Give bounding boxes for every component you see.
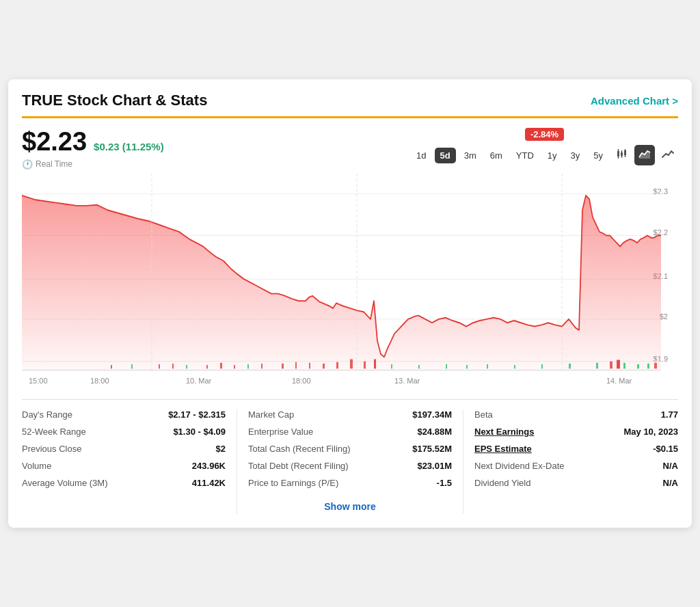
page-title: TRUE Stock Chart & Stats — [22, 92, 207, 109]
enterprise-value-label: Enterprise Value — [248, 427, 313, 437]
time-btn-3y[interactable]: 3y — [565, 148, 586, 163]
price-block: $2.23 $0.23 (11.25%) 🕐 Real Time — [22, 128, 164, 170]
svg-text:15:00: 15:00 — [29, 376, 48, 384]
time-btn-5y[interactable]: 5y — [588, 148, 608, 163]
svg-rect-36 — [131, 364, 133, 368]
stats-col-2: Market Cap $197.34M Enterprise Value $24… — [237, 409, 463, 514]
stats-area: Day's Range $2.17 - $2.315 52-Week Range… — [22, 399, 678, 514]
svg-rect-22 — [159, 364, 160, 368]
beta-row: Beta 1.77 — [474, 409, 678, 420]
days-range-label: Day's Range — [22, 409, 72, 420]
svg-rect-37 — [186, 365, 187, 368]
svg-rect-47 — [596, 363, 598, 369]
svg-rect-32 — [336, 362, 338, 369]
svg-rect-50 — [623, 363, 625, 369]
dividend-yield-row: Dividend Yield N/A — [474, 478, 678, 488]
svg-marker-9 — [639, 151, 650, 159]
week-range-value: $1.30 - $4.09 — [173, 427, 226, 437]
change-badge: -2.84% — [525, 128, 564, 141]
time-btn-1y[interactable]: 1y — [542, 148, 563, 163]
prev-close-label: Previous Close — [22, 444, 81, 454]
svg-text:18:00: 18:00 — [90, 376, 109, 384]
svg-rect-27 — [261, 364, 262, 368]
total-debt-value: $23.01M — [417, 461, 452, 471]
days-range-value: $2.17 - $2.315 — [168, 409, 226, 420]
prev-close-row: Previous Close $2 — [22, 444, 226, 454]
price-main: $2.23 — [22, 128, 87, 157]
svg-rect-45 — [541, 364, 543, 368]
svg-text:13. Mar: 13. Mar — [394, 376, 420, 384]
time-buttons: 1d 5d 3m 6m YTD 1y 3y 5y — [411, 145, 678, 165]
avg-volume-row: Average Volume (3M) 411.42K — [22, 478, 226, 488]
beta-label: Beta — [474, 409, 493, 420]
eps-estimate-link[interactable]: EPS Estimate — [474, 444, 532, 454]
enterprise-value-value: $24.88M — [417, 427, 452, 437]
dividend-yield-label: Dividend Yield — [474, 478, 530, 488]
badge-row: -2.84% — [525, 128, 564, 141]
time-btn-5d[interactable]: 5d — [435, 148, 456, 163]
svg-rect-40 — [418, 365, 420, 368]
svg-rect-0 — [617, 151, 619, 157]
svg-text:14. Mar: 14. Mar — [606, 376, 632, 384]
controls-block: -2.84% 1d 5d 3m 6m YTD 1y 3y 5y — [411, 128, 678, 165]
pe-value: -1.5 — [437, 478, 452, 488]
svg-rect-53 — [654, 363, 657, 369]
svg-rect-29 — [295, 362, 297, 369]
beta-value: 1.77 — [661, 409, 678, 420]
time-btn-3m[interactable]: 3m — [459, 148, 482, 163]
svg-rect-25 — [220, 363, 222, 369]
area-chart-icon-btn[interactable] — [634, 145, 655, 165]
svg-rect-48 — [610, 362, 612, 369]
next-dividend-label: Next Dividend Ex-Date — [474, 461, 565, 471]
next-earnings-value: May 10, 2023 — [623, 427, 678, 437]
prev-close-value: $2 — [216, 444, 226, 454]
realtime-label: Real Time — [36, 159, 72, 169]
next-dividend-value: N/A — [663, 461, 678, 471]
svg-rect-23 — [172, 364, 174, 368]
svg-rect-42 — [466, 365, 468, 368]
svg-rect-46 — [569, 364, 571, 368]
svg-rect-24 — [206, 365, 208, 368]
advanced-chart-link[interactable]: Advanced Chart > — [591, 95, 678, 107]
svg-rect-38 — [247, 364, 249, 368]
time-btn-ytd[interactable]: YTD — [511, 148, 539, 163]
clock-icon: 🕐 — [22, 159, 33, 170]
pe-label: Price to Earnings (P/E) — [248, 478, 338, 488]
volume-row: Volume 243.96K — [22, 461, 226, 471]
svg-rect-44 — [514, 365, 515, 368]
week-range-row: 52-Week Range $1.30 - $4.09 — [22, 427, 226, 437]
card-header: TRUE Stock Chart & Stats Advanced Chart … — [22, 92, 678, 118]
chart-container: $2.3 $2.2 $2.1 $2 $1.9 — [22, 174, 678, 399]
avg-volume-label: Average Volume (3M) — [22, 478, 108, 488]
svg-marker-20 — [22, 195, 661, 370]
week-range-label: 52-Week Range — [22, 427, 86, 437]
svg-rect-43 — [487, 364, 488, 368]
svg-text:18:00: 18:00 — [292, 376, 311, 384]
stats-col-1: Day's Range $2.17 - $2.315 52-Week Range… — [22, 409, 237, 514]
svg-rect-28 — [282, 364, 284, 368]
candlestick-icon-btn[interactable] — [611, 145, 632, 165]
show-more-button[interactable]: Show more — [324, 501, 375, 512]
days-range-row: Day's Range $2.17 - $2.315 — [22, 409, 226, 420]
market-cap-row: Market Cap $197.34M — [248, 409, 452, 420]
volume-label: Volume — [22, 461, 51, 471]
next-dividend-row: Next Dividend Ex-Date N/A — [474, 461, 678, 471]
realtime-row: 🕐 Real Time — [22, 159, 164, 170]
eps-row: EPS Estimate -$0.15 — [474, 444, 678, 454]
volume-value: 243.96K — [192, 461, 226, 471]
time-btn-1d[interactable]: 1d — [411, 148, 431, 163]
svg-rect-39 — [391, 364, 392, 368]
stock-chart: $2.3 $2.2 $2.1 $2 $1.9 — [22, 174, 678, 399]
time-btn-6m[interactable]: 6m — [485, 148, 508, 163]
svg-rect-3 — [621, 152, 623, 156]
next-earnings-row: Next Earnings May 10, 2023 — [474, 427, 678, 437]
svg-rect-51 — [637, 364, 639, 368]
next-earnings-link[interactable]: Next Earnings — [474, 427, 534, 437]
dividend-yield-value: N/A — [663, 478, 678, 488]
svg-rect-31 — [323, 364, 325, 368]
total-cash-row: Total Cash (Recent Filing) $175.52M — [248, 444, 452, 454]
show-more-row: Show more — [248, 495, 452, 514]
price-controls-row: $2.23 $0.23 (11.25%) 🕐 Real Time -2.84% … — [22, 128, 678, 170]
line-chart-icon-btn[interactable] — [658, 145, 678, 165]
avg-volume-value: 411.42K — [192, 478, 226, 488]
